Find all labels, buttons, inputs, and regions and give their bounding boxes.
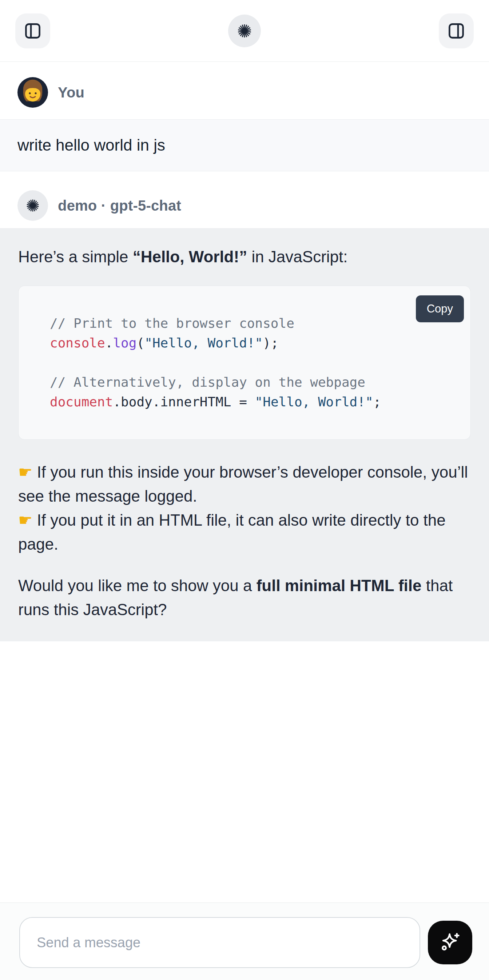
bold-text-segment: “Hello, World!” [133,248,247,266]
starburst-icon [25,198,40,213]
app-logo [228,14,261,47]
code-token-comment: // Print to the browser console [50,316,294,331]
user-avatar [18,77,48,108]
assistant-sender-label: demo · gpt-5-chat [58,197,181,214]
code-line: // Alternatively, display on the webpage [50,372,456,392]
code-token-string: "Hello, World!" [255,395,373,409]
copy-code-button[interactable]: Copy [416,295,464,322]
user-message-bubble: write hello world in js [0,119,489,171]
code-token-plain: . [105,336,113,350]
code-line: document.body.innerHTML = "Hello, World!… [50,392,456,412]
code-token-string: "Hello, World!" [145,336,263,350]
user-sender-row: You [0,77,489,108]
assistant-avatar [18,190,48,221]
panel-right-icon [447,21,466,40]
message-input[interactable] [19,917,420,968]
chat-screen: { "header": { "left_button_icon": "panel… [0,0,489,980]
code-token-function: log [113,336,137,350]
code-line: // Print to the browser console [50,313,456,333]
assistant-intro-paragraph: Here’s a simple “Hello, World!” in JavaS… [18,245,471,269]
code-token-plain: ); [263,336,278,350]
user-sender-label: You [58,84,84,101]
assistant-closing-paragraph: Would you like me to show you a full min… [18,574,471,622]
right-panel-toggle-button[interactable] [439,13,474,48]
bold-text-segment: full minimal HTML file [256,577,422,594]
tip-text: If you run this inside your browser’s de… [18,463,468,505]
text-segment: in JavaScript: [247,248,347,266]
text-segment: Would you like me to show you a [18,577,256,594]
text-segment: Here’s a simple [18,248,133,266]
user-message-text: write hello world in js [18,135,471,155]
sidebar-toggle-button[interactable] [15,13,50,48]
code-token-builtin: document [50,395,113,409]
code-token-comment: // Alternatively, display on the webpage [50,375,365,390]
composer-bar [0,902,489,980]
tip-line: ☛If you put it in an HTML file, it can a… [18,508,471,556]
panel-left-icon [23,21,42,40]
send-button[interactable] [428,921,472,964]
code-token-builtin: console [50,336,105,350]
starburst-icon [236,22,253,39]
code-line: console.log("Hello, World!"); [50,333,456,353]
code-token-plain: ( [137,336,145,350]
assistant-tips-paragraph: ☛If you run this inside your browser’s d… [18,460,471,556]
assistant-sender-row: demo · gpt-5-chat [0,190,489,221]
sparkles-icon [438,931,462,954]
code-token-plain: ; [373,395,381,409]
pointing-right-icon: ☛ [18,511,32,529]
code-block: Copy // Print to the browser consolecons… [18,286,471,440]
pointing-right-icon: ☛ [18,463,32,481]
code-token-plain: .body.innerHTML = [113,395,255,409]
top-bar [0,0,489,62]
code-content: // Print to the browser consoleconsole.l… [50,313,456,412]
person-emoji-icon [18,77,48,108]
tip-text: If you put it in an HTML file, it can al… [18,511,446,553]
assistant-message-bubble: Here’s a simple “Hello, World!” in JavaS… [0,228,489,641]
code-line [50,353,456,372]
tip-line: ☛If you run this inside your browser’s d… [18,460,471,508]
